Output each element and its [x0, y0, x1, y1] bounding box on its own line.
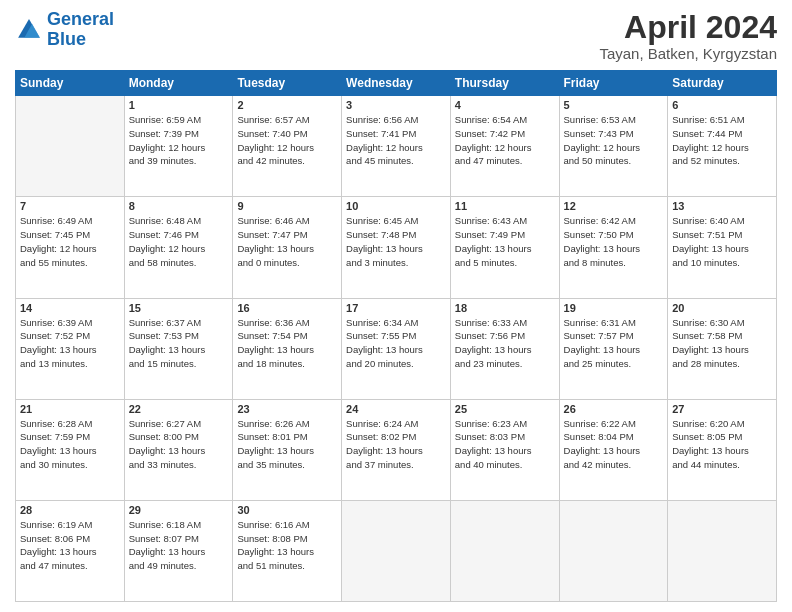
day-number: 30: [237, 504, 337, 516]
day-info: Sunrise: 6:45 AMSunset: 7:48 PMDaylight:…: [346, 214, 446, 269]
weekday-saturday: Saturday: [668, 71, 777, 96]
day-cell: 13Sunrise: 6:40 AMSunset: 7:51 PMDayligh…: [668, 197, 777, 298]
day-info: Sunrise: 6:28 AMSunset: 7:59 PMDaylight:…: [20, 417, 120, 472]
weekday-monday: Monday: [124, 71, 233, 96]
day-number: 20: [672, 302, 772, 314]
day-number: 28: [20, 504, 120, 516]
day-info: Sunrise: 6:26 AMSunset: 8:01 PMDaylight:…: [237, 417, 337, 472]
day-cell: 7Sunrise: 6:49 AMSunset: 7:45 PMDaylight…: [16, 197, 125, 298]
day-number: 9: [237, 200, 337, 212]
day-number: 11: [455, 200, 555, 212]
weekday-friday: Friday: [559, 71, 668, 96]
day-number: 21: [20, 403, 120, 415]
day-info: Sunrise: 6:34 AMSunset: 7:55 PMDaylight:…: [346, 316, 446, 371]
title-block: April 2024 Tayan, Batken, Kyrgyzstan: [599, 10, 777, 62]
day-cell: [342, 500, 451, 601]
day-info: Sunrise: 6:46 AMSunset: 7:47 PMDaylight:…: [237, 214, 337, 269]
day-cell: 23Sunrise: 6:26 AMSunset: 8:01 PMDayligh…: [233, 399, 342, 500]
day-info: Sunrise: 6:20 AMSunset: 8:05 PMDaylight:…: [672, 417, 772, 472]
day-info: Sunrise: 6:56 AMSunset: 7:41 PMDaylight:…: [346, 113, 446, 168]
day-number: 14: [20, 302, 120, 314]
day-info: Sunrise: 6:31 AMSunset: 7:57 PMDaylight:…: [564, 316, 664, 371]
day-number: 4: [455, 99, 555, 111]
day-cell: 8Sunrise: 6:48 AMSunset: 7:46 PMDaylight…: [124, 197, 233, 298]
day-cell: 10Sunrise: 6:45 AMSunset: 7:48 PMDayligh…: [342, 197, 451, 298]
day-info: Sunrise: 6:42 AMSunset: 7:50 PMDaylight:…: [564, 214, 664, 269]
day-cell: [559, 500, 668, 601]
day-info: Sunrise: 6:30 AMSunset: 7:58 PMDaylight:…: [672, 316, 772, 371]
weekday-wednesday: Wednesday: [342, 71, 451, 96]
day-cell: 14Sunrise: 6:39 AMSunset: 7:52 PMDayligh…: [16, 298, 125, 399]
day-number: 17: [346, 302, 446, 314]
day-number: 16: [237, 302, 337, 314]
day-number: 29: [129, 504, 229, 516]
day-info: Sunrise: 6:36 AMSunset: 7:54 PMDaylight:…: [237, 316, 337, 371]
day-cell: 27Sunrise: 6:20 AMSunset: 8:05 PMDayligh…: [668, 399, 777, 500]
weekday-tuesday: Tuesday: [233, 71, 342, 96]
logo-line2: Blue: [47, 29, 86, 49]
day-cell: [668, 500, 777, 601]
weekday-thursday: Thursday: [450, 71, 559, 96]
day-cell: 25Sunrise: 6:23 AMSunset: 8:03 PMDayligh…: [450, 399, 559, 500]
week-row-2: 7Sunrise: 6:49 AMSunset: 7:45 PMDaylight…: [16, 197, 777, 298]
day-cell: [450, 500, 559, 601]
day-info: Sunrise: 6:37 AMSunset: 7:53 PMDaylight:…: [129, 316, 229, 371]
day-info: Sunrise: 6:40 AMSunset: 7:51 PMDaylight:…: [672, 214, 772, 269]
day-cell: 24Sunrise: 6:24 AMSunset: 8:02 PMDayligh…: [342, 399, 451, 500]
day-info: Sunrise: 6:19 AMSunset: 8:06 PMDaylight:…: [20, 518, 120, 573]
day-info: Sunrise: 6:16 AMSunset: 8:08 PMDaylight:…: [237, 518, 337, 573]
day-info: Sunrise: 6:24 AMSunset: 8:02 PMDaylight:…: [346, 417, 446, 472]
day-cell: 21Sunrise: 6:28 AMSunset: 7:59 PMDayligh…: [16, 399, 125, 500]
day-cell: 3Sunrise: 6:56 AMSunset: 7:41 PMDaylight…: [342, 96, 451, 197]
weekday-header-row: SundayMondayTuesdayWednesdayThursdayFrid…: [16, 71, 777, 96]
week-row-3: 14Sunrise: 6:39 AMSunset: 7:52 PMDayligh…: [16, 298, 777, 399]
day-cell: 16Sunrise: 6:36 AMSunset: 7:54 PMDayligh…: [233, 298, 342, 399]
day-number: 18: [455, 302, 555, 314]
day-number: 27: [672, 403, 772, 415]
day-cell: 20Sunrise: 6:30 AMSunset: 7:58 PMDayligh…: [668, 298, 777, 399]
header: General Blue April 2024 Tayan, Batken, K…: [15, 10, 777, 62]
day-info: Sunrise: 6:54 AMSunset: 7:42 PMDaylight:…: [455, 113, 555, 168]
day-number: 19: [564, 302, 664, 314]
day-cell: 30Sunrise: 6:16 AMSunset: 8:08 PMDayligh…: [233, 500, 342, 601]
day-number: 22: [129, 403, 229, 415]
day-cell: 19Sunrise: 6:31 AMSunset: 7:57 PMDayligh…: [559, 298, 668, 399]
day-number: 5: [564, 99, 664, 111]
day-number: 25: [455, 403, 555, 415]
day-number: 26: [564, 403, 664, 415]
day-cell: 1Sunrise: 6:59 AMSunset: 7:39 PMDaylight…: [124, 96, 233, 197]
logo-line1: General: [47, 9, 114, 29]
day-number: 23: [237, 403, 337, 415]
logo: General Blue: [15, 10, 114, 50]
day-cell: 5Sunrise: 6:53 AMSunset: 7:43 PMDaylight…: [559, 96, 668, 197]
day-cell: 18Sunrise: 6:33 AMSunset: 7:56 PMDayligh…: [450, 298, 559, 399]
page: General Blue April 2024 Tayan, Batken, K…: [0, 0, 792, 612]
day-cell: 4Sunrise: 6:54 AMSunset: 7:42 PMDaylight…: [450, 96, 559, 197]
day-cell: 15Sunrise: 6:37 AMSunset: 7:53 PMDayligh…: [124, 298, 233, 399]
day-cell: 2Sunrise: 6:57 AMSunset: 7:40 PMDaylight…: [233, 96, 342, 197]
day-info: Sunrise: 6:23 AMSunset: 8:03 PMDaylight:…: [455, 417, 555, 472]
calendar-table: SundayMondayTuesdayWednesdayThursdayFrid…: [15, 70, 777, 602]
day-cell: [16, 96, 125, 197]
day-cell: 11Sunrise: 6:43 AMSunset: 7:49 PMDayligh…: [450, 197, 559, 298]
day-info: Sunrise: 6:49 AMSunset: 7:45 PMDaylight:…: [20, 214, 120, 269]
day-cell: 12Sunrise: 6:42 AMSunset: 7:50 PMDayligh…: [559, 197, 668, 298]
day-info: Sunrise: 6:59 AMSunset: 7:39 PMDaylight:…: [129, 113, 229, 168]
day-number: 6: [672, 99, 772, 111]
day-number: 15: [129, 302, 229, 314]
day-number: 1: [129, 99, 229, 111]
day-number: 13: [672, 200, 772, 212]
week-row-5: 28Sunrise: 6:19 AMSunset: 8:06 PMDayligh…: [16, 500, 777, 601]
weekday-sunday: Sunday: [16, 71, 125, 96]
day-info: Sunrise: 6:43 AMSunset: 7:49 PMDaylight:…: [455, 214, 555, 269]
day-number: 12: [564, 200, 664, 212]
calendar-subtitle: Tayan, Batken, Kyrgyzstan: [599, 45, 777, 62]
day-info: Sunrise: 6:48 AMSunset: 7:46 PMDaylight:…: [129, 214, 229, 269]
day-number: 7: [20, 200, 120, 212]
day-cell: 28Sunrise: 6:19 AMSunset: 8:06 PMDayligh…: [16, 500, 125, 601]
day-number: 24: [346, 403, 446, 415]
day-info: Sunrise: 6:22 AMSunset: 8:04 PMDaylight:…: [564, 417, 664, 472]
day-info: Sunrise: 6:39 AMSunset: 7:52 PMDaylight:…: [20, 316, 120, 371]
day-number: 8: [129, 200, 229, 212]
week-row-1: 1Sunrise: 6:59 AMSunset: 7:39 PMDaylight…: [16, 96, 777, 197]
